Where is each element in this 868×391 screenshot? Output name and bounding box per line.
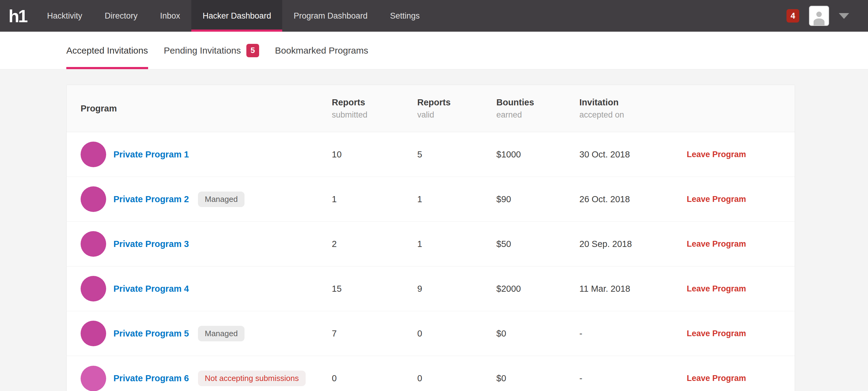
nav-item-hacktivity[interactable]: Hacktivity [36, 0, 94, 32]
leave-program-link[interactable]: Leave Program [687, 374, 746, 383]
leave-program-link[interactable]: Leave Program [687, 195, 746, 204]
program-link[interactable]: Private Program 2 [114, 194, 189, 204]
column-subtitle: accepted on [579, 110, 687, 120]
program-link[interactable]: Private Program 3 [114, 239, 189, 249]
accepted-on-value: - [579, 373, 687, 383]
table-row: Private Program 6 Not accepting submissi… [67, 356, 795, 391]
reports-valid-value: 0 [417, 329, 496, 339]
column-header-invitation-accepted: Invitation accepted on [579, 97, 687, 120]
accepted-on-value: 30 Oct. 2018 [579, 149, 687, 160]
row-actions: Leave Program [687, 239, 795, 249]
nav-item-program-dashboard[interactable]: Program Dashboard [282, 0, 379, 32]
column-subtitle: submitted [332, 110, 417, 120]
reports-valid-value: 5 [417, 149, 496, 160]
reports-submitted-value: 2 [332, 239, 417, 249]
program-cell: Private Program 1 [67, 142, 332, 167]
program-link[interactable]: Private Program 1 [114, 149, 189, 160]
nav-items: Hacktivity Directory Inbox Hacker Dashbo… [36, 0, 431, 32]
bounties-earned-value: $0 [496, 373, 579, 383]
hackerone-logo[interactable]: h1 [0, 0, 36, 32]
tab-label: Bookmarked Programs [275, 45, 368, 56]
column-header-program: Program [67, 104, 332, 114]
main-content: Program Reports submitted Reports valid … [0, 69, 868, 391]
program-avatar [81, 276, 106, 302]
reports-valid-value: 1 [417, 239, 496, 249]
program-badge: Managed [198, 192, 244, 207]
table-body: Private Program 1 10 5 $1000 30 Oct. 201… [67, 132, 795, 391]
pending-count-badge: 5 [246, 44, 259, 57]
reports-submitted-value: 10 [332, 149, 417, 160]
column-title: Invitation [579, 97, 687, 108]
table-row: Private Program 3 2 1 $50 20 Sep. 2018 L… [67, 222, 795, 267]
program-badge: Managed [198, 326, 244, 341]
reports-submitted-value: 15 [332, 284, 417, 294]
user-icon [811, 9, 827, 25]
top-navbar: h1 Hacktivity Directory Inbox Hacker Das… [0, 0, 868, 32]
column-header-reports-valid: Reports valid [417, 97, 496, 120]
reports-valid-value: 1 [417, 194, 496, 204]
leave-program-link[interactable]: Leave Program [687, 329, 746, 338]
tab-accepted-invitations[interactable]: Accepted Invitations [66, 32, 148, 69]
program-cell: Private Program 4 [67, 276, 332, 302]
tab-label: Pending Invitations [164, 45, 241, 56]
reports-valid-value: 9 [417, 284, 496, 294]
program-avatar [81, 231, 106, 257]
column-subtitle: valid [417, 110, 496, 120]
program-badge: Not accepting submissions [198, 371, 305, 386]
nav-item-hacker-dashboard[interactable]: Hacker Dashboard [191, 0, 282, 32]
row-actions: Leave Program [687, 150, 795, 159]
column-title: Program [81, 104, 332, 114]
tab-pending-invitations[interactable]: Pending Invitations 5 [164, 32, 259, 69]
program-link[interactable]: Private Program 4 [114, 284, 189, 294]
table-row: Private Program 4 15 9 $2000 11 Mar. 201… [67, 267, 795, 311]
row-actions: Leave Program [687, 374, 795, 383]
column-header-reports-submitted: Reports submitted [332, 97, 417, 120]
nav-item-settings[interactable]: Settings [379, 0, 431, 32]
leave-program-link[interactable]: Leave Program [687, 150, 746, 159]
leave-program-link[interactable]: Leave Program [687, 284, 746, 293]
bounties-earned-value: $2000 [496, 284, 579, 294]
user-avatar[interactable] [809, 6, 829, 26]
tab-bookmarked-programs[interactable]: Bookmarked Programs [275, 32, 368, 69]
programs-table-card: Program Reports submitted Reports valid … [66, 85, 795, 391]
accepted-on-value: - [579, 329, 687, 339]
program-avatar [81, 320, 106, 346]
reports-submitted-value: 7 [332, 329, 417, 339]
reports-submitted-value: 1 [332, 194, 417, 204]
table-row: Private Program 5 Managed 7 0 $0 - Leave… [67, 311, 795, 356]
chevron-down-icon[interactable] [839, 13, 849, 19]
reports-submitted-value: 0 [332, 373, 417, 383]
program-cell: Private Program 2 Managed [67, 186, 332, 212]
program-cell: Private Program 3 [67, 231, 332, 257]
bounties-earned-value: $90 [496, 194, 579, 204]
accepted-on-value: 11 Mar. 2018 [579, 284, 687, 294]
nav-item-inbox[interactable]: Inbox [149, 0, 191, 32]
program-cell: Private Program 5 Managed [67, 320, 332, 346]
column-title: Reports [417, 97, 496, 108]
program-cell: Private Program 6 Not accepting submissi… [67, 366, 332, 391]
table-header-row: Program Reports submitted Reports valid … [67, 85, 795, 132]
program-avatar [81, 186, 106, 212]
row-actions: Leave Program [687, 329, 795, 338]
accepted-on-value: 26 Oct. 2018 [579, 194, 687, 204]
bounties-earned-value: $50 [496, 239, 579, 249]
notification-count-badge[interactable]: 4 [786, 9, 799, 23]
table-row: Private Program 2 Managed 1 1 $90 26 Oct… [67, 177, 795, 222]
table-row: Private Program 1 10 5 $1000 30 Oct. 201… [67, 132, 795, 177]
leave-program-link[interactable]: Leave Program [687, 239, 746, 249]
nav-item-directory[interactable]: Directory [93, 0, 149, 32]
row-actions: Leave Program [687, 284, 795, 294]
column-title: Bounties [496, 97, 579, 108]
bounties-earned-value: $1000 [496, 149, 579, 160]
program-link[interactable]: Private Program 5 [114, 329, 189, 339]
program-avatar [81, 142, 106, 167]
program-avatar [81, 366, 106, 391]
bounties-earned-value: $0 [496, 329, 579, 339]
program-link[interactable]: Private Program 6 [114, 373, 189, 383]
row-actions: Leave Program [687, 195, 795, 204]
accepted-on-value: 20 Sep. 2018 [579, 239, 687, 249]
column-subtitle: earned [496, 110, 579, 120]
column-header-bounties-earned: Bounties earned [496, 97, 579, 120]
reports-valid-value: 0 [417, 373, 496, 383]
navbar-right: 4 [786, 0, 868, 32]
